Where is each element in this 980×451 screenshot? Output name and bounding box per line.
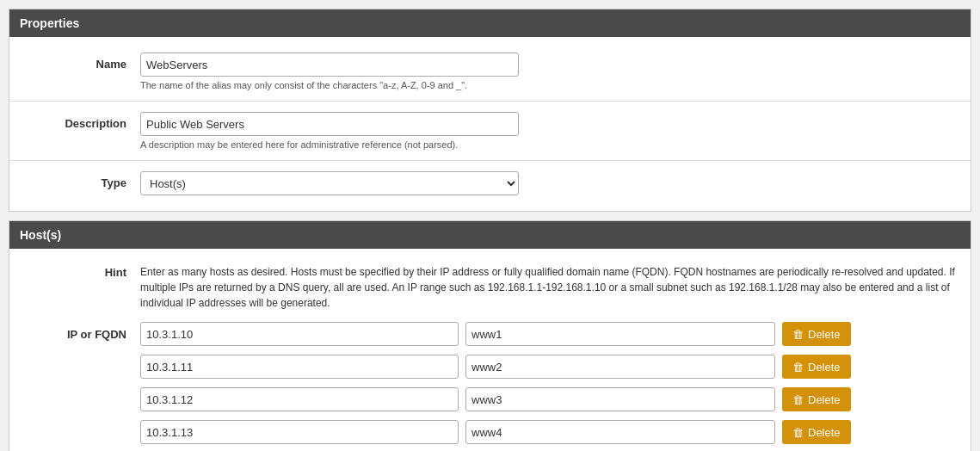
- delete-button-3[interactable]: 🗑 Delete: [782, 420, 851, 444]
- ip-input-0[interactable]: [140, 322, 459, 346]
- delete-button-2[interactable]: 🗑 Delete: [782, 387, 851, 411]
- trash-icon-3: 🗑: [792, 426, 804, 439]
- name-row: Name The name of the alias may only cons…: [9, 46, 971, 97]
- ip-fields-1: 🗑 Delete: [140, 355, 960, 379]
- name-hint: The name of the alias may only consist o…: [140, 80, 960, 90]
- name-input[interactable]: [140, 53, 519, 77]
- divider-2: [9, 160, 971, 161]
- trash-icon-0: 🗑: [792, 328, 804, 341]
- type-select[interactable]: Host(s) Network(s) Port(s) URL (IPs) URL…: [140, 171, 519, 195]
- trash-icon-2: 🗑: [792, 393, 804, 406]
- hosts-body: Hint Enter as many hosts as desired. Hos…: [9, 249, 971, 451]
- fqdn-input-1[interactable]: [465, 355, 775, 379]
- description-row: Description A description may be entered…: [9, 105, 971, 157]
- ip-row-2: 🗑 Delete: [9, 383, 971, 416]
- fqdn-input-0[interactable]: [465, 322, 775, 346]
- properties-body: Name The name of the alias may only cons…: [9, 37, 971, 211]
- ip-input-3[interactable]: [140, 420, 459, 444]
- delete-label-1: Delete: [808, 361, 841, 374]
- description-label: Description: [20, 112, 140, 130]
- properties-panel: Properties Name The name of the alias ma…: [9, 9, 971, 212]
- ip-fields-2: 🗑 Delete: [140, 387, 960, 411]
- delete-button-1[interactable]: 🗑 Delete: [782, 355, 851, 379]
- properties-header: Properties: [9, 9, 971, 37]
- hosts-panel: Host(s) Hint Enter as many hosts as desi…: [9, 220, 971, 451]
- description-content: A description may be entered here for ad…: [140, 112, 960, 150]
- ip-fqdn-label: IP or FQDN: [20, 328, 140, 341]
- hint-row: Hint Enter as many hosts as desired. Hos…: [9, 257, 971, 318]
- ip-row-0: IP or FQDN 🗑 Delete: [9, 318, 971, 350]
- ip-row-3: 🗑 Delete: [9, 416, 971, 448]
- ip-input-2[interactable]: [140, 387, 459, 411]
- fqdn-input-3[interactable]: [465, 420, 775, 444]
- delete-button-0[interactable]: 🗑 Delete: [782, 322, 851, 346]
- ip-input-1[interactable]: [140, 355, 459, 379]
- description-input[interactable]: [140, 112, 519, 136]
- ip-row-1: 🗑 Delete: [9, 350, 971, 383]
- hint-text: Enter as many hosts as desired. Hosts mu…: [140, 264, 960, 311]
- trash-icon-1: 🗑: [792, 361, 804, 374]
- fqdn-input-2[interactable]: [465, 387, 775, 411]
- type-row: Type Host(s) Network(s) Port(s) URL (IPs…: [9, 164, 971, 202]
- name-label: Name: [20, 53, 140, 71]
- name-content: The name of the alias may only consist o…: [140, 53, 960, 90]
- divider-1: [9, 101, 971, 102]
- description-hint: A description may be entered here for ad…: [140, 139, 960, 150]
- delete-label-3: Delete: [808, 426, 841, 439]
- ip-fields-3: 🗑 Delete: [140, 420, 960, 444]
- ip-fields-0: 🗑 Delete: [140, 322, 960, 346]
- delete-label-0: Delete: [808, 328, 841, 341]
- delete-label-2: Delete: [808, 393, 841, 406]
- hosts-header: Host(s): [9, 221, 971, 249]
- hint-label: Hint: [20, 264, 140, 279]
- type-label: Type: [20, 171, 140, 189]
- type-content: Host(s) Network(s) Port(s) URL (IPs) URL…: [140, 171, 960, 195]
